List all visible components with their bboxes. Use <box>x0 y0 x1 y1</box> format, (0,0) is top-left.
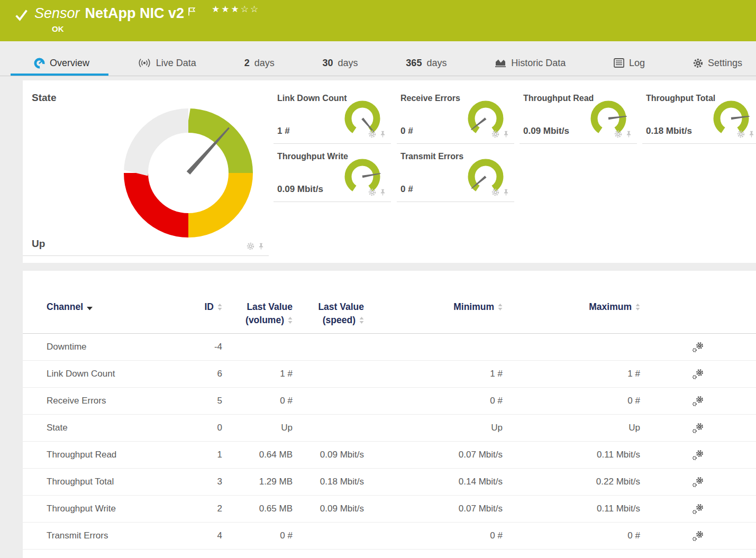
tab-2-days[interactable]: 2 days <box>244 50 275 76</box>
tab-settings[interactable]: Settings <box>693 50 742 76</box>
gear-icon[interactable] <box>247 242 254 250</box>
tab-label: Overview <box>50 58 89 69</box>
pin-icon[interactable] <box>379 130 386 138</box>
column-header-maximum[interactable]: Maximum <box>503 300 640 314</box>
cell-last-volume: 1 # <box>222 369 293 379</box>
gauge-panel-throughput-write: Throughput Write 0.09 Mbit/s <box>274 148 391 202</box>
cell-last-speed: 0.09 Mbit/s <box>293 504 364 514</box>
column-header-last-volume[interactable]: Last Value (volume) <box>222 300 293 327</box>
cell-maximum: 0.22 Mbit/s <box>503 477 640 487</box>
cell-id: 3 <box>200 477 222 487</box>
column-header-id[interactable]: ID <box>200 300 222 314</box>
cell-id: 1 <box>200 450 222 460</box>
cell-channel: Transmit Errors <box>47 530 200 541</box>
gear-icon[interactable] <box>491 188 499 196</box>
gauge-panel-receive-errors: Receive Errors 0 # <box>397 90 514 144</box>
tab-number: 30 <box>323 58 333 69</box>
cell-id: 6 <box>200 369 222 379</box>
tab-label: Live Data <box>156 58 196 69</box>
gear-icon[interactable] <box>614 130 622 138</box>
tab-30-days[interactable]: 30 days <box>323 50 358 76</box>
sort-icon <box>635 300 640 314</box>
table-row: Throughput Read 1 0.64 MB 0.09 Mbit/s 0.… <box>23 442 756 469</box>
sensor-kind-label: Sensor <box>34 4 80 23</box>
pin-icon[interactable] <box>258 242 265 250</box>
gauge-value: 0 # <box>400 184 413 195</box>
cell-channel: Throughput Total <box>47 477 200 487</box>
column-header-last-speed[interactable]: Last Value (speed) <box>293 300 364 327</box>
tab-overview[interactable]: Overview <box>34 50 89 76</box>
sort-icon <box>498 300 503 314</box>
gauge-title: Throughput Total <box>646 94 715 103</box>
channel-settings-gears-icon[interactable] <box>692 530 705 542</box>
channel-settings-gears-icon[interactable] <box>692 477 705 488</box>
cell-maximum: 0.11 Mbit/s <box>503 504 640 514</box>
gauge-value: 0 # <box>400 126 413 136</box>
tab-number: 2 <box>244 58 250 69</box>
channel-settings-gears-icon[interactable] <box>692 342 705 353</box>
cell-maximum: 0 # <box>503 530 640 541</box>
cell-channel: Receive Errors <box>47 396 200 406</box>
cell-minimum: 0 # <box>364 396 503 406</box>
cell-last-volume: 0.65 MB <box>222 504 293 514</box>
channel-settings-gears-icon[interactable] <box>692 423 705 434</box>
table-row: Throughput Write 2 0.65 MB 0.09 Mbit/s 0… <box>23 496 756 523</box>
cell-id: 2 <box>200 504 222 514</box>
cell-last-volume: 0 # <box>222 530 293 541</box>
cell-id: -4 <box>200 342 222 352</box>
cell-id: 0 <box>200 423 222 433</box>
gauge-title: Throughput Write <box>277 152 348 161</box>
channel-settings-gears-icon[interactable] <box>692 450 705 461</box>
channel-settings-gears-icon[interactable] <box>692 504 705 515</box>
tab-label: days <box>338 58 358 69</box>
cell-channel: Throughput Write <box>47 504 200 514</box>
gear-icon[interactable] <box>368 130 376 138</box>
cell-maximum: 0 # <box>503 396 640 406</box>
cell-channel: Link Down Count <box>47 369 200 379</box>
pin-icon[interactable] <box>625 130 632 138</box>
tab-label: Log <box>629 58 645 69</box>
sort-icon <box>217 300 222 314</box>
pin-icon[interactable] <box>503 188 509 196</box>
cell-minimum: 0.07 Mbit/s <box>364 504 503 514</box>
cell-last-speed: 0.09 Mbit/s <box>293 450 364 460</box>
tab-log[interactable]: Log <box>614 50 645 76</box>
table-row: Downtime -4 <box>23 334 756 361</box>
column-header-channel[interactable]: Channel <box>47 300 200 314</box>
chart-icon <box>495 58 506 68</box>
channel-settings-gears-icon[interactable] <box>692 369 705 380</box>
channel-settings-gears-icon[interactable] <box>692 396 705 407</box>
gear-icon[interactable] <box>491 130 499 138</box>
status-check-icon <box>15 9 28 41</box>
cell-minimum: Up <box>364 423 503 433</box>
sensor-header: Sensor NetApp NIC v2 ★★★☆☆ OK <box>0 0 756 41</box>
star-rating[interactable]: ★★★☆☆ <box>212 4 260 15</box>
tab-live-data[interactable]: Live Data <box>138 50 196 76</box>
tab-historic-data[interactable]: Historic Data <box>495 50 566 76</box>
gear-icon[interactable] <box>737 130 745 138</box>
gear-icon[interactable] <box>368 188 376 196</box>
flag-icon[interactable] <box>188 4 196 23</box>
tab-365-days[interactable]: 365 days <box>406 50 447 76</box>
gauge-value: 0.18 Mbit/s <box>646 126 692 136</box>
table-row: Receive Errors 5 0 # 0 # 0 # <box>23 388 756 415</box>
pin-icon[interactable] <box>748 130 755 138</box>
table-row: Link Down Count 6 1 # 1 # 1 # <box>23 361 756 388</box>
tab-label: days <box>254 58 275 69</box>
column-header-minimum[interactable]: Minimum <box>364 300 503 314</box>
gauge-title: Transmit Errors <box>400 152 463 161</box>
gauge-panel-transmit-errors: Transmit Errors 0 # <box>397 148 514 202</box>
pin-icon[interactable] <box>503 130 509 138</box>
cell-channel: State <box>47 423 200 433</box>
gauge-title: Throughput Read <box>523 94 594 103</box>
gauge-icon <box>34 58 45 69</box>
cell-last-volume: 0 # <box>222 396 293 406</box>
table-row: State 0 Up Up Up <box>23 415 756 442</box>
pin-icon[interactable] <box>379 188 386 196</box>
channel-table-body: Downtime -4 Link Down Count 6 1 # 1 # 1 … <box>23 334 756 550</box>
cell-id: 5 <box>200 396 222 406</box>
gauge-value: 1 # <box>277 126 290 136</box>
page-title: NetApp NIC v2 <box>85 4 185 23</box>
cell-maximum: Up <box>503 423 640 433</box>
cell-last-speed: 0.18 Mbit/s <box>293 477 364 487</box>
